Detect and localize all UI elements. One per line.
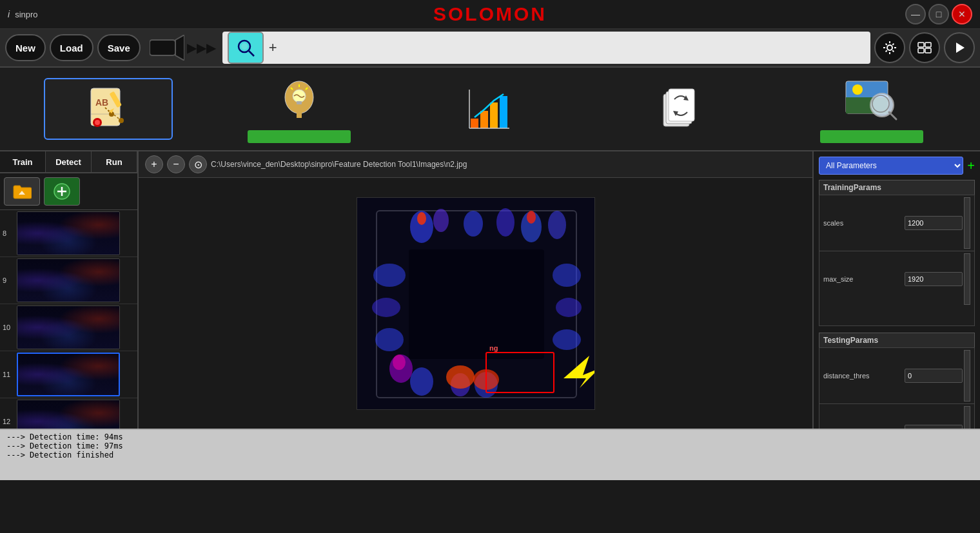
new-button[interactable]: New bbox=[5, 34, 46, 61]
arrows-icon: ▶▶▶ bbox=[187, 40, 216, 55]
svg-point-73 bbox=[393, 354, 406, 370]
thumbnail-11[interactable] bbox=[17, 353, 120, 396]
save-button[interactable]: Save bbox=[97, 34, 141, 61]
scales-scroll[interactable] bbox=[964, 197, 970, 249]
info-icon: i bbox=[8, 9, 10, 19]
workflow-annotate[interactable]: AB bbox=[44, 78, 173, 140]
add-param-button[interactable]: + bbox=[967, 159, 975, 173]
svg-rect-0 bbox=[150, 40, 175, 55]
tab-run[interactable]: Run bbox=[92, 151, 137, 172]
nms-input[interactable] bbox=[905, 425, 963, 429]
left-panel: Train Detect Run 8 bbox=[0, 151, 139, 429]
max-size-input[interactable] bbox=[905, 272, 963, 286]
run-button[interactable] bbox=[944, 32, 975, 63]
settings-button[interactable] bbox=[874, 32, 905, 63]
open-folder-button[interactable] bbox=[4, 177, 40, 206]
svg-line-3 bbox=[249, 51, 254, 56]
tab-train[interactable]: Train bbox=[0, 151, 46, 172]
workflow-area: AB bbox=[0, 68, 980, 151]
svg-rect-29 bbox=[471, 119, 478, 128]
chip-visualization: ng bbox=[357, 198, 595, 410]
svg-marker-10 bbox=[956, 43, 965, 53]
svg-rect-31 bbox=[490, 102, 498, 128]
svg-rect-30 bbox=[480, 111, 488, 128]
workflow-evaluate[interactable] bbox=[426, 83, 554, 135]
panel-tabs: Train Detect Run bbox=[0, 151, 137, 173]
add-image-button[interactable] bbox=[44, 177, 80, 206]
center-panel: + − ⊙ C:\Users\vince_den\Desktop\sinpro\… bbox=[139, 151, 812, 429]
svg-rect-8 bbox=[918, 48, 924, 53]
svg-rect-52 bbox=[409, 249, 544, 359]
zoom-in-button[interactable]: + bbox=[145, 155, 163, 173]
svg-point-62 bbox=[372, 298, 400, 317]
export-icon bbox=[658, 86, 703, 131]
svg-point-42 bbox=[852, 84, 863, 95]
thumbnail-12[interactable] bbox=[17, 400, 120, 429]
annotate-icon: AB bbox=[86, 85, 131, 133]
list-item[interactable]: 10 bbox=[0, 304, 137, 351]
filepath-label: C:\Users\vince_den\Desktop\sinpro\Featur… bbox=[211, 160, 467, 169]
svg-point-64 bbox=[553, 264, 581, 287]
thumbnail-list: 8 9 10 11 12 bbox=[0, 210, 137, 429]
svg-line-45 bbox=[889, 112, 896, 119]
svg-point-67 bbox=[410, 367, 433, 396]
svg-rect-32 bbox=[500, 96, 507, 128]
svg-rect-28 bbox=[297, 111, 302, 118]
app-name-label: sinpro bbox=[15, 10, 37, 19]
svg-point-70 bbox=[446, 365, 475, 389]
params-header: All Parameters + bbox=[819, 157, 975, 175]
log-bar: ---> Detection time: 94ms ---> Detection… bbox=[0, 429, 980, 480]
training-params-header: TrainingParams bbox=[819, 180, 975, 195]
tab-detect[interactable]: Detect bbox=[46, 151, 92, 172]
nms-scroll[interactable] bbox=[964, 406, 970, 429]
right-toolbar bbox=[874, 32, 975, 63]
list-item[interactable]: 12 bbox=[0, 398, 137, 429]
workflow-detect[interactable] bbox=[807, 75, 936, 143]
image-area[interactable]: ng bbox=[139, 178, 812, 429]
zoom-out-button[interactable]: − bbox=[167, 155, 185, 173]
evaluate-icon bbox=[467, 86, 513, 131]
log-line-2: ---> Detection time: 97ms bbox=[6, 441, 974, 451]
folder-icon bbox=[12, 183, 32, 200]
titlebar: i sinpro SOLOMON — □ ✕ bbox=[0, 0, 980, 29]
training-params-group: TrainingParams scales max_size bbox=[819, 180, 975, 326]
zoom-fit-button[interactable]: ⊙ bbox=[189, 155, 207, 173]
close-button[interactable]: ✕ bbox=[952, 4, 972, 24]
max-size-scroll[interactable] bbox=[964, 253, 970, 305]
svg-point-58 bbox=[548, 211, 566, 239]
detect-icon bbox=[845, 78, 899, 123]
distance-thres-scroll[interactable] bbox=[964, 350, 970, 402]
svg-point-61 bbox=[373, 264, 406, 287]
log-line-1: ---> Detection time: 94ms bbox=[6, 432, 974, 441]
list-item[interactable]: 8 bbox=[0, 210, 137, 257]
right-panel: All Parameters + TrainingParams scales m… bbox=[812, 151, 980, 429]
gallery-icon bbox=[917, 40, 932, 55]
params-selector[interactable]: All Parameters bbox=[819, 157, 963, 175]
svg-point-54 bbox=[433, 209, 449, 232]
add-tab-button[interactable]: + bbox=[269, 39, 277, 56]
workflow-train[interactable] bbox=[235, 75, 364, 143]
solomon-title: SOLOMON bbox=[433, 3, 547, 25]
svg-point-15 bbox=[95, 120, 100, 125]
tab-bar: + bbox=[222, 32, 870, 64]
workflow-export[interactable] bbox=[616, 83, 745, 135]
thumbnail-10[interactable] bbox=[17, 305, 120, 349]
gallery-button[interactable] bbox=[909, 32, 940, 63]
list-item[interactable]: 9 bbox=[0, 257, 137, 304]
list-item[interactable]: 11 bbox=[0, 351, 137, 398]
search-tab-icon bbox=[236, 38, 255, 57]
search-tab[interactable] bbox=[228, 32, 264, 64]
thumbnail-8[interactable] bbox=[17, 211, 120, 255]
image-toolbar: + − ⊙ C:\Users\vince_den\Desktop\sinpro\… bbox=[139, 151, 812, 178]
thumbnail-9[interactable] bbox=[17, 258, 120, 302]
svg-point-60 bbox=[527, 211, 536, 224]
testing-params-group: TestingParams distance_thres nms score_t… bbox=[819, 333, 975, 429]
svg-rect-6 bbox=[918, 43, 924, 47]
distance-thres-input[interactable] bbox=[905, 369, 963, 383]
minimize-button[interactable]: — bbox=[905, 4, 926, 24]
svg-rect-37 bbox=[669, 89, 694, 121]
scales-input[interactable] bbox=[905, 216, 963, 230]
load-button[interactable]: Load bbox=[50, 34, 93, 61]
window-controls: — □ ✕ bbox=[905, 4, 972, 24]
maximize-button[interactable]: □ bbox=[928, 4, 949, 24]
